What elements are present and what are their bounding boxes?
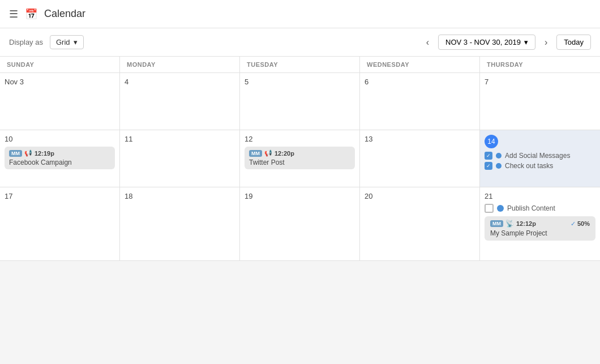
calendar-week-2: 10 MM 📢 12:19p Facebook Campaign 11 12 M… (0, 130, 600, 187)
task-checkbox-checked[interactable] (485, 152, 492, 160)
cell-date: 13 (365, 135, 475, 143)
progress-pct: 50% (577, 220, 590, 227)
nav-controls: ‹ NOV 3 - NOV 30, 2019 ▾ › Today (422, 35, 591, 50)
day-header-monday: MONDAY (120, 57, 240, 72)
task-dot (496, 163, 502, 169)
facebook-campaign-event[interactable]: MM 📢 12:19p Facebook Campaign (5, 147, 115, 169)
cell-4: 4 (120, 73, 240, 130)
next-button[interactable]: › (540, 35, 552, 50)
cell-date: 11 (125, 135, 235, 143)
cell-19: 19 (240, 187, 360, 260)
cell-date: 18 (125, 192, 235, 200)
progress-check-icon: ✓ (571, 220, 576, 228)
my-sample-project-card[interactable]: MM 📡 12:12p ✓ 50% My Sample Project (485, 216, 595, 241)
day-header-wednesday: WEDNESDAY (360, 57, 480, 72)
grid-select[interactable]: Grid ▾ (50, 35, 84, 49)
calendar-week-3: 17 18 19 20 21 Publish Content MM (0, 187, 600, 261)
project-title: My Sample Project (490, 229, 590, 237)
rss-icon: 📡 (505, 220, 514, 228)
task-add-social[interactable]: Add Social Messages (485, 152, 595, 160)
progress-badge: ✓ 50% (571, 220, 590, 228)
event-time: 12:19p (35, 150, 54, 157)
event-header: MM 📢 12:20p (249, 149, 350, 157)
publish-content-task[interactable]: Publish Content (485, 204, 595, 213)
event-title: Twitter Post (249, 159, 350, 166)
date-range-label: NOV 3 - NOV 30, 2019 (445, 38, 521, 46)
cell-date-today: 14 (485, 135, 498, 148)
calendar-container: SUNDAY MONDAY TUESDAY WEDNESDAY THURSDAY… (0, 57, 600, 261)
event-title: Facebook Campaign (9, 159, 110, 166)
cell-21: 21 Publish Content MM 📡 12:12p ✓ 50% (480, 187, 600, 260)
cell-date: 5 (245, 78, 355, 86)
cell-date: 4 (125, 78, 235, 86)
grid-label: Grid (56, 38, 70, 46)
cell-date: 20 (365, 192, 475, 200)
megaphone-icon: 📢 (24, 149, 32, 157)
task-label: Add Social Messages (505, 152, 570, 160)
today-button[interactable]: Today (556, 35, 591, 50)
cell-10: 10 MM 📢 12:19p Facebook Campaign (0, 130, 120, 187)
cell-date: 19 (245, 192, 355, 200)
mm-badge: MM (249, 150, 262, 157)
publish-dot (497, 205, 504, 212)
project-time: 12:12p (516, 220, 536, 227)
calendar-week-1: Nov 3 4 5 6 7 (0, 73, 600, 130)
cell-date: 21 (485, 192, 595, 200)
event-time: 12:20p (275, 150, 294, 157)
cell-17: 17 (0, 187, 120, 260)
cell-date: 12 (245, 135, 355, 143)
cell-date: 7 (485, 78, 595, 86)
day-header-sunday: SUNDAY (0, 57, 120, 72)
day-header-thursday: THURSDAY (480, 57, 600, 72)
grid-chevron-icon: ▾ (74, 38, 78, 46)
date-range-chevron-icon: ▾ (524, 38, 528, 46)
calendar-icon: 📅 (25, 8, 37, 20)
twitter-post-event[interactable]: MM 📢 12:20p Twitter Post (245, 147, 355, 169)
task-check-out[interactable]: Check out tasks (485, 162, 595, 170)
prev-button[interactable]: ‹ (422, 35, 434, 50)
publish-label: Publish Content (507, 204, 555, 212)
app-title: Calendar (44, 8, 85, 20)
menu-icon[interactable]: ☰ (9, 8, 18, 20)
mm-badge: MM (9, 150, 22, 157)
cell-nov3: Nov 3 (0, 73, 120, 130)
mm-badge: MM (490, 220, 503, 227)
app-header: ☰ 📅 Calendar (0, 0, 600, 28)
cell-20: 20 (360, 187, 480, 260)
task-label: Check out tasks (505, 162, 553, 170)
megaphone-icon: 📢 (264, 149, 272, 157)
publish-checkbox[interactable] (485, 204, 494, 213)
project-card-header: MM 📡 12:12p ✓ 50% (490, 220, 590, 228)
cell-6: 6 (360, 73, 480, 130)
cell-13: 13 (360, 130, 480, 187)
cell-date: 6 (365, 78, 475, 86)
day-header-tuesday: TUESDAY (240, 57, 360, 72)
calendar-header-row: SUNDAY MONDAY TUESDAY WEDNESDAY THURSDAY (0, 57, 600, 73)
cell-12: 12 MM 📢 12:20p Twitter Post (240, 130, 360, 187)
event-header: MM 📢 12:19p (9, 149, 110, 157)
cell-date: Nov 3 (5, 78, 115, 86)
cell-11: 11 (120, 130, 240, 187)
cell-date: 10 (5, 135, 115, 143)
cell-5: 5 (240, 73, 360, 130)
display-label: Display as (9, 38, 43, 46)
cell-7: 7 (480, 73, 600, 130)
toolbar: Display as Grid ▾ ‹ NOV 3 - NOV 30, 2019… (0, 28, 600, 57)
cell-18: 18 (120, 187, 240, 260)
cell-14: 14 Add Social Messages Check out tasks (480, 130, 600, 187)
task-dot (496, 153, 502, 159)
cell-date: 17 (5, 192, 115, 200)
task-checkbox-checked[interactable] (485, 162, 492, 170)
date-range-button[interactable]: NOV 3 - NOV 30, 2019 ▾ (438, 35, 535, 50)
